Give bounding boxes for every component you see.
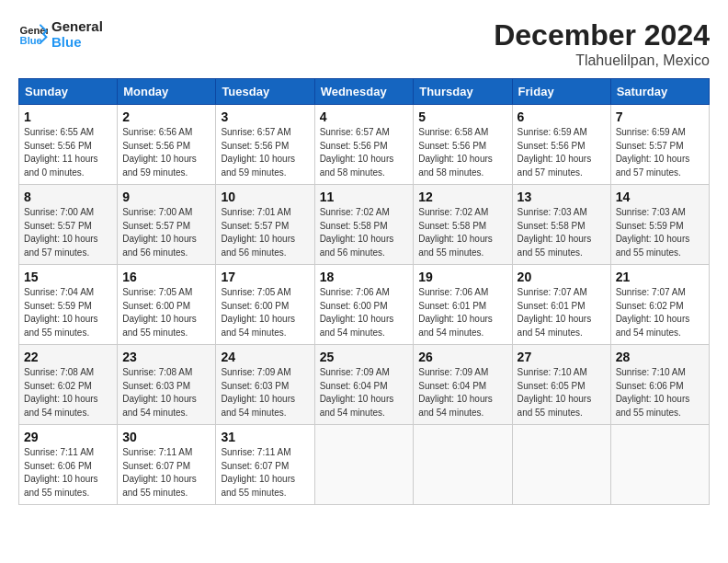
day-cell-6: 6Sunrise: 6:59 AMSunset: 5:56 PMDaylight…	[512, 105, 610, 185]
day-cell-13: 13Sunrise: 7:03 AMSunset: 5:58 PMDayligh…	[512, 185, 610, 265]
day-number: 22	[24, 350, 112, 364]
day-info: Sunrise: 7:02 AMSunset: 5:58 PMDaylight:…	[320, 206, 409, 259]
week-row-3: 15Sunrise: 7:04 AMSunset: 5:59 PMDayligh…	[19, 265, 710, 345]
day-number: 29	[24, 430, 112, 444]
day-number: 10	[221, 190, 309, 204]
day-number: 15	[24, 270, 112, 284]
day-info: Sunrise: 7:10 AMSunset: 6:05 PMDaylight:…	[518, 366, 606, 419]
day-number: 26	[418, 350, 506, 364]
day-cell-19: 19Sunrise: 7:06 AMSunset: 6:01 PMDayligh…	[414, 265, 512, 345]
day-info: Sunrise: 6:59 AMSunset: 5:56 PMDaylight:…	[518, 126, 606, 179]
day-info: Sunrise: 7:07 AMSunset: 6:01 PMDaylight:…	[518, 286, 606, 339]
day-cell-26: 26Sunrise: 7:09 AMSunset: 6:04 PMDayligh…	[414, 345, 512, 425]
day-number: 6	[518, 109, 606, 124]
day-number: 20	[518, 270, 606, 284]
day-info: Sunrise: 7:11 AMSunset: 6:07 PMDaylight:…	[221, 446, 309, 500]
logo-blue: Blue	[51, 34, 103, 50]
day-cell-8: 8Sunrise: 7:00 AMSunset: 5:57 PMDaylight…	[19, 185, 118, 265]
logo-icon: General Blue	[18, 19, 48, 49]
day-info: Sunrise: 7:09 AMSunset: 6:04 PMDaylight:…	[320, 366, 409, 419]
day-cell-10: 10Sunrise: 7:01 AMSunset: 5:57 PMDayligh…	[216, 185, 314, 265]
day-info: Sunrise: 6:59 AMSunset: 5:57 PMDaylight:…	[616, 126, 704, 179]
day-info: Sunrise: 6:55 AMSunset: 5:56 PMDaylight:…	[24, 126, 112, 179]
weekday-sunday: Sunday	[19, 79, 118, 105]
day-cell-22: 22Sunrise: 7:08 AMSunset: 6:02 PMDayligh…	[19, 345, 118, 425]
day-cell-25: 25Sunrise: 7:09 AMSunset: 6:04 PMDayligh…	[314, 345, 414, 425]
calendar-table: SundayMondayTuesdayWednesdayThursdayFrid…	[18, 78, 710, 505]
day-info: Sunrise: 6:57 AMSunset: 5:56 PMDaylight:…	[320, 126, 409, 179]
day-number: 4	[320, 109, 409, 124]
day-cell-9: 9Sunrise: 7:00 AMSunset: 5:57 PMDaylight…	[118, 185, 216, 265]
day-info: Sunrise: 6:56 AMSunset: 5:56 PMDaylight:…	[122, 126, 210, 179]
week-row-2: 8Sunrise: 7:00 AMSunset: 5:57 PMDaylight…	[19, 185, 710, 265]
day-number: 23	[122, 350, 210, 364]
day-cell-31: 31Sunrise: 7:11 AMSunset: 6:07 PMDayligh…	[216, 425, 314, 505]
day-cell-27: 27Sunrise: 7:10 AMSunset: 6:05 PMDayligh…	[512, 345, 610, 425]
day-number: 9	[122, 190, 210, 204]
day-number: 30	[122, 430, 210, 444]
day-number: 31	[221, 430, 309, 444]
empty-cell	[414, 425, 512, 505]
day-number: 3	[221, 109, 309, 124]
day-cell-12: 12Sunrise: 7:02 AMSunset: 5:58 PMDayligh…	[414, 185, 512, 265]
day-info: Sunrise: 7:10 AMSunset: 6:06 PMDaylight:…	[616, 366, 704, 419]
title-area: December 2024 Tlahuelilpan, Mexico	[494, 18, 710, 69]
day-info: Sunrise: 7:09 AMSunset: 6:03 PMDaylight:…	[221, 366, 309, 419]
day-info: Sunrise: 7:11 AMSunset: 6:07 PMDaylight:…	[122, 446, 210, 500]
day-number: 11	[320, 190, 409, 204]
day-info: Sunrise: 7:01 AMSunset: 5:57 PMDaylight:…	[221, 206, 309, 259]
day-cell-17: 17Sunrise: 7:05 AMSunset: 6:00 PMDayligh…	[216, 265, 314, 345]
weekday-wednesday: Wednesday	[314, 79, 414, 105]
day-number: 21	[616, 270, 704, 284]
empty-cell	[314, 425, 414, 505]
day-cell-2: 2Sunrise: 6:56 AMSunset: 5:56 PMDaylight…	[118, 105, 216, 185]
day-cell-23: 23Sunrise: 7:08 AMSunset: 6:03 PMDayligh…	[118, 345, 216, 425]
day-number: 24	[221, 350, 309, 364]
logo-general: General	[51, 18, 103, 34]
day-cell-1: 1Sunrise: 6:55 AMSunset: 5:56 PMDaylight…	[19, 105, 118, 185]
empty-cell	[610, 425, 709, 505]
day-number: 27	[518, 350, 606, 364]
day-number: 19	[418, 270, 506, 284]
day-cell-5: 5Sunrise: 6:58 AMSunset: 5:56 PMDaylight…	[414, 105, 512, 185]
svg-text:Blue: Blue	[20, 35, 42, 46]
day-info: Sunrise: 6:57 AMSunset: 5:56 PMDaylight:…	[221, 126, 309, 179]
location-title: Tlahuelilpan, Mexico	[494, 52, 710, 69]
week-row-4: 22Sunrise: 7:08 AMSunset: 6:02 PMDayligh…	[19, 345, 710, 425]
day-cell-24: 24Sunrise: 7:09 AMSunset: 6:03 PMDayligh…	[216, 345, 314, 425]
logo: General Blue General Blue	[18, 18, 103, 51]
day-cell-7: 7Sunrise: 6:59 AMSunset: 5:57 PMDaylight…	[610, 105, 709, 185]
day-info: Sunrise: 7:09 AMSunset: 6:04 PMDaylight:…	[418, 366, 506, 419]
day-cell-28: 28Sunrise: 7:10 AMSunset: 6:06 PMDayligh…	[610, 345, 709, 425]
day-info: Sunrise: 7:05 AMSunset: 6:00 PMDaylight:…	[221, 286, 309, 339]
day-info: Sunrise: 7:07 AMSunset: 6:02 PMDaylight:…	[616, 286, 704, 339]
day-info: Sunrise: 7:04 AMSunset: 5:59 PMDaylight:…	[24, 286, 112, 339]
day-cell-11: 11Sunrise: 7:02 AMSunset: 5:58 PMDayligh…	[314, 185, 414, 265]
week-row-1: 1Sunrise: 6:55 AMSunset: 5:56 PMDaylight…	[19, 105, 710, 185]
day-number: 1	[24, 109, 112, 124]
page-header: General Blue General Blue December 2024 …	[18, 18, 710, 69]
day-number: 16	[122, 270, 210, 284]
day-cell-16: 16Sunrise: 7:05 AMSunset: 6:00 PMDayligh…	[118, 265, 216, 345]
empty-cell	[512, 425, 610, 505]
day-info: Sunrise: 6:58 AMSunset: 5:56 PMDaylight:…	[418, 126, 506, 179]
day-cell-14: 14Sunrise: 7:03 AMSunset: 5:59 PMDayligh…	[610, 185, 709, 265]
month-title: December 2024	[494, 18, 710, 52]
weekday-tuesday: Tuesday	[216, 79, 314, 105]
day-cell-18: 18Sunrise: 7:06 AMSunset: 6:00 PMDayligh…	[314, 265, 414, 345]
day-cell-21: 21Sunrise: 7:07 AMSunset: 6:02 PMDayligh…	[610, 265, 709, 345]
day-cell-29: 29Sunrise: 7:11 AMSunset: 6:06 PMDayligh…	[19, 425, 118, 505]
day-number: 17	[221, 270, 309, 284]
day-info: Sunrise: 7:03 AMSunset: 5:59 PMDaylight:…	[616, 206, 704, 259]
day-number: 8	[24, 190, 112, 204]
day-number: 12	[418, 190, 506, 204]
day-cell-20: 20Sunrise: 7:07 AMSunset: 6:01 PMDayligh…	[512, 265, 610, 345]
day-cell-3: 3Sunrise: 6:57 AMSunset: 5:56 PMDaylight…	[216, 105, 314, 185]
day-info: Sunrise: 7:08 AMSunset: 6:02 PMDaylight:…	[24, 366, 112, 419]
day-info: Sunrise: 7:11 AMSunset: 6:06 PMDaylight:…	[24, 446, 112, 500]
day-number: 5	[418, 109, 506, 124]
day-info: Sunrise: 7:00 AMSunset: 5:57 PMDaylight:…	[122, 206, 210, 259]
day-cell-4: 4Sunrise: 6:57 AMSunset: 5:56 PMDaylight…	[314, 105, 414, 185]
day-info: Sunrise: 7:00 AMSunset: 5:57 PMDaylight:…	[24, 206, 112, 259]
weekday-thursday: Thursday	[414, 79, 512, 105]
